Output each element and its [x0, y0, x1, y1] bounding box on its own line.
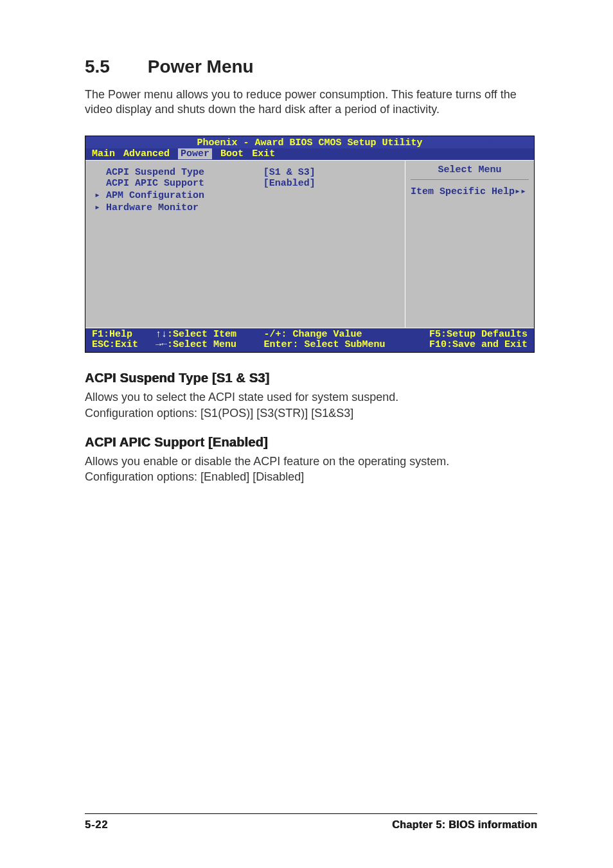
bios-value-acpi-suspend[interactable]: [S1 & S3]	[263, 167, 396, 178]
bios-tab-exit[interactable]: Exit	[252, 148, 275, 159]
bios-footer-col2: ↑↓:Select Item →←:Select Menu	[155, 330, 263, 350]
bios-body: ACPI Suspend Type ACPI APIC Support ▸ AP…	[85, 161, 534, 328]
bios-tab-power[interactable]: Power	[178, 148, 212, 159]
bios-tab-bar: Main Advanced Power Boot Exit	[85, 148, 534, 161]
subtext-acpi-suspend: Allows you to select the ACPI state used…	[85, 389, 537, 421]
bios-settings-values: [S1 & S3] [Enabled]	[263, 167, 396, 321]
page-number: 5-22	[85, 819, 108, 831]
bios-value-acpi-apic[interactable]: [Enabled]	[263, 178, 396, 189]
bios-help-pane: Select Menu Item Specific Help▸▸	[405, 161, 534, 328]
leftright-arrows-icon: →←	[155, 339, 167, 350]
bios-item-acpi-apic[interactable]: ACPI APIC Support	[94, 178, 263, 189]
bios-settings-labels: ACPI Suspend Type ACPI APIC Support ▸ AP…	[94, 167, 263, 321]
submenu-arrow-icon: ▸	[94, 190, 100, 201]
page-footer: 5-22 Chapter 5: BIOS information	[85, 813, 537, 831]
bios-footer-col1: F1:Help ESC:Exit	[92, 330, 155, 350]
subheading-acpi-apic: ACPI APIC Support [Enabled]	[85, 435, 537, 450]
bios-help-heading: Select Menu	[411, 164, 529, 180]
intro-paragraph: The Power menu allows you to reduce powe…	[85, 87, 537, 118]
subheading-acpi-suspend: ACPI Suspend Type [S1 & S3]	[85, 371, 537, 385]
chapter-label: Chapter 5: BIOS information	[392, 819, 537, 831]
subtext-acpi-apic: Allows you enable or disable the ACPI fe…	[85, 454, 537, 485]
bios-tab-boot[interactable]: Boot	[220, 148, 244, 159]
bios-item-acpi-suspend[interactable]: ACPI Suspend Type	[94, 167, 263, 178]
bios-item-apm-config[interactable]: ▸ APM Configuration	[94, 189, 263, 201]
section-title: Power Menu	[148, 57, 254, 76]
bios-help-text: Item Specific Help▸▸	[411, 185, 529, 197]
bios-footer: F1:Help ESC:Exit ↑↓:Select Item →←:Selec…	[85, 328, 534, 353]
bios-tab-advanced[interactable]: Advanced	[123, 148, 170, 159]
section-heading: 5.5 Power Menu	[85, 57, 537, 77]
bios-footer-col3: -/+: Change Value Enter: Select SubMenu	[263, 330, 429, 350]
bios-title: Phoenix - Award BIOS CMOS Setup Utility	[85, 136, 534, 148]
bios-tab-main[interactable]: Main	[92, 148, 115, 159]
bios-panel: Phoenix - Award BIOS CMOS Setup Utility …	[85, 136, 535, 353]
bios-settings-pane: ACPI Suspend Type ACPI APIC Support ▸ AP…	[85, 161, 405, 328]
section-number: 5.5	[85, 57, 143, 77]
updown-arrows-icon: ↑↓	[155, 329, 167, 340]
bios-footer-col4: F5:Setup Defaults F10:Save and Exit	[429, 330, 528, 350]
submenu-arrow-icon: ▸	[94, 202, 100, 213]
bios-item-hardware-monitor[interactable]: ▸ Hardware Monitor	[94, 201, 263, 213]
